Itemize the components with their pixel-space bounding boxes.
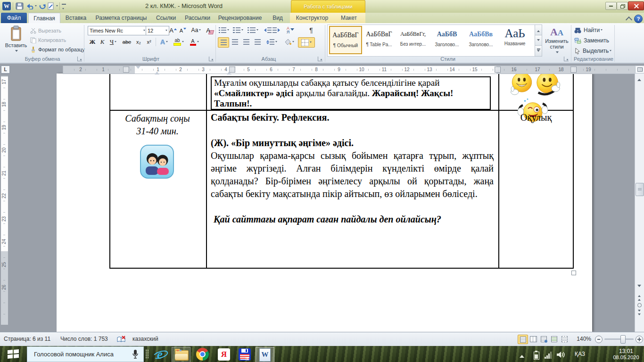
align-left-button[interactable] [218,37,229,48]
language-indicator[interactable]: казахский [132,336,158,342]
strikethrough-button[interactable]: abe [121,37,133,47]
disk-app-icon[interactable]: 64 [236,347,254,362]
word-logo-icon[interactable]: W [2,2,11,10]
spellcheck-icon[interactable] [116,335,126,345]
styles-gallery-expand[interactable] [535,45,542,57]
styles-scroll-up[interactable] [535,25,542,36]
select-browse-object-button[interactable] [636,302,643,308]
view-draft-button[interactable] [560,335,569,343]
styles-scroll-down[interactable] [535,35,542,46]
style-heading1[interactable]: АаБбВ Заголово... [431,26,463,53]
increase-indent-button[interactable] [272,26,282,34]
file-explorer-icon[interactable] [172,347,190,362]
network-signal-icon[interactable] [545,352,552,359]
redo-icon[interactable] [39,3,46,10]
children-talking-image[interactable] [140,144,174,181]
bullets-button[interactable] [218,26,230,34]
right-indent-marker[interactable] [227,69,231,74]
change-case-button[interactable]: Аа [190,25,203,35]
save-icon[interactable] [16,2,24,11]
document-dropdown-icon[interactable] [56,5,58,8]
line-spacing-button[interactable] [265,37,278,47]
scroll-up-button[interactable] [636,75,643,82]
grow-font-button[interactable]: А [168,25,178,35]
clock[interactable]: 13:01 08.05.2020 [609,348,643,361]
table-resize-handle[interactable] [571,271,576,275]
shading-button[interactable] [282,37,296,47]
assessment-textbox[interactable]: Мұғалім оқушыларды сабаққа қатысу белсен… [211,76,491,110]
tab-insert[interactable]: Вставка [61,13,91,23]
underline-button[interactable]: Ч [107,37,119,47]
yandex-icon[interactable]: Я [215,347,233,362]
select-button[interactable]: Выделить [574,47,611,55]
minimize-button[interactable] [605,2,617,10]
subscript-button[interactable]: х₂ [134,37,143,47]
zoom-in-button[interactable] [636,336,643,343]
microphone-icon[interactable] [132,349,139,360]
numbering-button[interactable] [232,26,244,34]
copy-button[interactable]: Копировать [30,36,66,44]
qat-customize-icon[interactable] [62,4,66,11]
previous-page-button[interactable] [636,293,643,301]
hanging-indent-marker[interactable] [155,69,159,74]
table-column-marker[interactable] [570,66,577,73]
multilevel-list-button[interactable] [246,26,259,34]
tab-home[interactable]: Главная [28,13,60,23]
volume-icon[interactable] [556,351,565,360]
font-family-combo[interactable]: Times New Rc [88,26,147,35]
highlight-button[interactable]: ab [172,37,186,47]
cut-button[interactable]: Вырезать [30,26,61,35]
italic-button[interactable]: К [98,37,107,47]
clear-formatting-button[interactable]: А [205,25,215,35]
next-page-button[interactable] [636,309,643,317]
style-normal[interactable]: АаБбВвГ ¶ Обычный [329,26,362,54]
style-table-paragraph[interactable]: АаБбВвГ ¶ Table Pa... [363,26,395,53]
scroll-down-button[interactable] [636,283,643,290]
view-web-layout-button[interactable] [539,335,548,343]
chrome-icon[interactable] [193,347,211,362]
tab-mailings[interactable]: Рассылки [182,13,213,23]
zoom-slider-track[interactable] [604,338,634,340]
bold-button[interactable]: Ж [88,37,97,47]
tab-references[interactable]: Ссылки [151,13,181,23]
zoom-out-button[interactable] [595,336,603,343]
shrink-font-button[interactable]: А [178,26,188,35]
undo-icon[interactable] [26,3,33,10]
sort-button[interactable]: А Я [285,25,296,35]
tab-page-layout[interactable]: Разметка страницы [92,13,150,23]
text-effects-button[interactable]: А [158,37,170,47]
view-fullscreen-reading-button[interactable] [528,335,538,343]
table-column-marker[interactable] [123,66,129,73]
restore-button[interactable] [617,2,628,10]
lesson-content-cell[interactable]: Сабақты бекіту. Рефлексия. (Ж). «Бір мин… [211,111,494,226]
start-button[interactable] [0,346,26,362]
tab-selector[interactable]: L [1,66,10,74]
zoom-slider-thumb[interactable] [620,335,626,344]
language-switcher[interactable]: ҚАЗ [570,349,589,359]
table-column-marker[interactable] [495,66,501,73]
style-title[interactable]: АаЬ Название [499,26,531,53]
find-button[interactable]: Найти [574,26,603,34]
resources-cell[interactable]: Оқулық [499,112,573,123]
view-print-layout-button[interactable] [518,335,528,344]
replace-button[interactable]: Заменить [574,36,609,45]
superscript-button[interactable]: х² [144,37,154,47]
clipboard-dialog-launcher[interactable] [77,57,82,61]
font-color-button[interactable]: А [188,37,201,47]
stage-cell[interactable]: Сабақтың соңы 31-40 мин. [110,112,205,140]
tab-table-design[interactable]: Конструктор [291,13,333,23]
borders-button[interactable] [298,37,315,48]
justify-button[interactable] [252,37,263,47]
close-button[interactable] [628,1,644,10]
font-dialog-launcher[interactable] [209,57,214,61]
word-taskbar-icon[interactable]: W [256,347,274,362]
word-count[interactable]: Число слов: 1 753 [60,336,108,342]
undo-dropdown-icon[interactable] [35,5,37,8]
tab-view[interactable]: Вид [267,13,289,23]
show-paragraph-marks-button[interactable]: ¶ [306,25,316,35]
smiley-thumbsup-image[interactable] [509,71,535,98]
style-heading2[interactable]: АаБбВв Заголово... [465,26,497,53]
styles-dialog-launcher[interactable] [564,57,569,61]
page-indicator[interactable]: Страница: 6 из 11 [4,336,50,342]
first-line-indent-marker[interactable] [136,66,140,71]
